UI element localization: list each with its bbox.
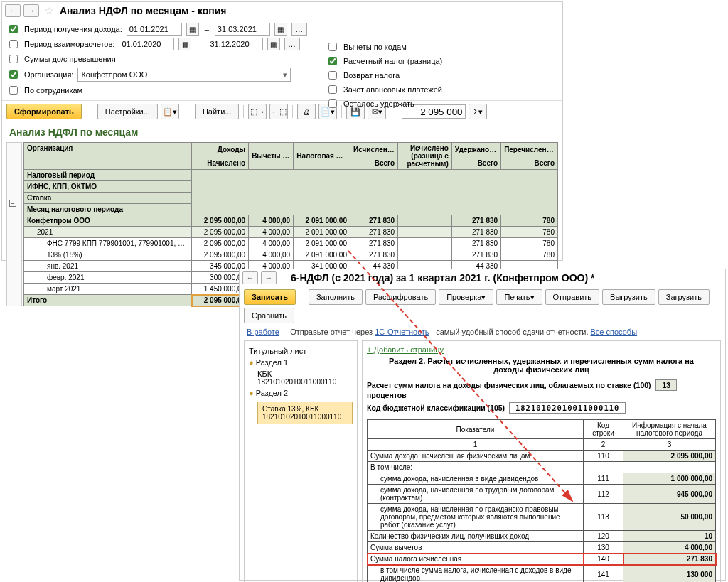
advance-check[interactable]	[328, 85, 337, 94]
send-button[interactable]: Отправить	[545, 289, 600, 305]
col-num-2: 2	[584, 439, 623, 451]
tree-section-2[interactable]: ●Раздел 2	[249, 387, 353, 399]
advance-label: Зачет авансовых платежей	[343, 85, 442, 94]
calc-tax-label: Расчетный налог (разница)	[343, 57, 442, 65]
date-from-1[interactable]	[127, 23, 182, 36]
col-trans-sub: Всего	[501, 156, 558, 170]
info-text-2: - самый удобный способ сдачи отчетности.	[429, 328, 590, 336]
section-2-table: Показатели Код строки Информация с начал…	[367, 419, 716, 582]
check-button[interactable]: Проверка ▾	[439, 289, 493, 305]
col-deductions: Вычеты всего	[249, 143, 294, 170]
remain-label: Осталось удержать	[343, 99, 414, 108]
table-row[interactable]: сумма дохода, начисленная в виде дивиден…	[368, 473, 716, 485]
col-withheld: Удержано налога	[451, 143, 500, 156]
remain-check[interactable]	[328, 99, 337, 108]
period-settle-label: Период взаиморасчетов:	[24, 40, 114, 48]
star-icon[interactable]: ☆	[45, 5, 54, 16]
table-row[interactable]: Количество физических лиц, получивших до…	[368, 531, 716, 542]
calendar-icon[interactable]: ▦	[274, 23, 287, 36]
org-check[interactable]	[9, 70, 18, 79]
table-row[interactable]: сумма дохода, начисленная по гражданско-…	[368, 504, 716, 531]
form-button[interactable]: Сформировать	[6, 104, 82, 119]
add-page-link[interactable]: + Добавить страницу	[367, 345, 444, 354]
sigma-button[interactable]: Σ▾	[469, 104, 487, 119]
tree-kbk-1[interactable]: КБК 18210102010011000110	[249, 368, 353, 387]
back-button[interactable]: ←	[5, 4, 21, 17]
table-row[interactable]: ФНС 7799 КПП 779901001, 779901001, 45394…	[24, 238, 558, 249]
tree-kbk-2[interactable]: Ставка 13%, КБК 18210102010011000110	[249, 399, 353, 426]
section-2-content: + Добавить страницу Раздел 2. Расчет исч…	[362, 340, 721, 582]
col-info: Информация с начала налогового периода	[623, 420, 716, 439]
fill-button[interactable]: Заполнить	[309, 289, 363, 305]
org-input[interactable]: Конфетпром ООО ▾	[77, 68, 291, 82]
table-row[interactable]: 13% (15%)2 095 000,004 000,002 091 000,0…	[24, 249, 558, 261]
kbk-value[interactable]: 18210102010011000110	[509, 402, 626, 414]
col-calc-sub: Всего	[350, 156, 397, 170]
table-row[interactable]: сумма дохода, начисленная по трудовым до…	[368, 485, 716, 504]
calendar-icon[interactable]: ▦	[267, 38, 280, 50]
calendar-icon[interactable]: ▦	[186, 23, 199, 36]
ded-codes-label: Вычеты по кодам	[343, 43, 407, 51]
period-more-button-2[interactable]: …	[284, 38, 300, 50]
1c-report-link[interactable]: 1С-Отчетность	[375, 328, 429, 336]
all-ways-link[interactable]: Все способы	[591, 328, 638, 336]
col-transferred: Перечислено налога	[501, 143, 558, 156]
period-settle-check[interactable]	[9, 40, 18, 48]
ded-codes-check[interactable]	[328, 43, 337, 51]
export-button[interactable]: Выгрузить	[602, 289, 655, 305]
back-button-2[interactable]: ←	[242, 271, 258, 284]
hdr-org: Организация	[27, 144, 188, 152]
tree-collapse-icon[interactable]: −	[9, 200, 16, 207]
hdr-month: Месяц налогового периода	[24, 204, 192, 215]
sums-check[interactable]	[9, 55, 18, 63]
rate-line-pre: Расчет сумм налога на доходы физических …	[367, 381, 651, 389]
chevron-down-icon: ▾	[283, 70, 287, 80]
right-options: Вычеты по кодам Расчетный налог (разница…	[326, 39, 442, 112]
print-button[interactable]: 🖨	[297, 104, 316, 119]
decode-button[interactable]: Расшифровать	[365, 289, 436, 305]
print-button-2[interactable]: Печать ▾	[496, 289, 542, 305]
form-title: 6-НДФЛ (с 2021 года) за 1 квартал 2021 г…	[289, 272, 596, 284]
analysis-panel: ← → ☆ Анализ НДФЛ по месяцам - копия Пер…	[1, 1, 563, 261]
date-to-1[interactable]	[215, 23, 270, 36]
collapse-button[interactable]: ←⬚	[269, 104, 288, 119]
table-row[interactable]: Сумма дохода, начисленная физическим лиц…	[368, 451, 716, 462]
calc-tax-check[interactable]	[328, 57, 337, 65]
find-button[interactable]: Найти...	[195, 104, 240, 119]
hdr-rate: Ставка	[24, 193, 192, 204]
date-from-2[interactable]	[119, 38, 174, 50]
by-emp-check[interactable]	[9, 86, 18, 95]
table-row[interactable]: В том числе:	[368, 462, 716, 473]
import-button[interactable]: Загрузить	[658, 289, 710, 305]
compare-button[interactable]: Сравнить	[244, 308, 294, 323]
tree-title-page[interactable]: Титульный лист	[249, 345, 353, 357]
status-link[interactable]: В работе	[247, 328, 279, 336]
table-row[interactable]: 20212 095 000,004 000,002 091 000,00271 …	[24, 227, 558, 238]
table-row[interactable]: Сумма вычетов1304 000,00	[368, 542, 716, 554]
org-label: Организация:	[24, 70, 73, 79]
sums-label: Суммы до/с превышения	[24, 55, 116, 63]
report-title: Анализ НДФЛ по месяцам	[2, 122, 562, 142]
refund-check[interactable]	[328, 71, 337, 80]
forward-button-2[interactable]: →	[261, 271, 277, 284]
hdr-period: Налоговый период	[24, 170, 192, 181]
period-more-button[interactable]: …	[291, 23, 307, 36]
table-row[interactable]: Сумма налога исчисленная140271 830	[368, 554, 716, 565]
period-income-check[interactable]	[9, 25, 18, 33]
rate-value[interactable]: 13	[655, 379, 677, 391]
table-row[interactable]: в том числе сумма налога, исчисленная с …	[368, 565, 716, 583]
section-tree: Титульный лист ●Раздел 1 КБК 18210102010…	[244, 340, 358, 582]
date-to-2[interactable]	[208, 38, 263, 50]
settings-button[interactable]: Настройки...	[97, 104, 158, 119]
calendar-icon[interactable]: ▦	[178, 38, 191, 50]
save-button-2[interactable]: Записать	[244, 289, 296, 305]
expand-button[interactable]: ⬚→	[248, 104, 267, 119]
info-text-1: Отправьте отчет через	[290, 328, 375, 336]
variant-button[interactable]: 📋▾	[161, 104, 179, 119]
tree-section-1[interactable]: ●Раздел 1	[249, 357, 353, 368]
by-emp-label: По сотрудникам	[24, 86, 82, 95]
table-row[interactable]: Конфетпром ООО2 095 000,004 000,002 091 …	[24, 215, 558, 227]
page-title: Анализ НДФЛ по месяцам - копия	[60, 5, 227, 16]
forward-button[interactable]: →	[23, 4, 39, 17]
hdr-ifns: ИФНС, КПП, ОКТМО	[24, 181, 192, 193]
